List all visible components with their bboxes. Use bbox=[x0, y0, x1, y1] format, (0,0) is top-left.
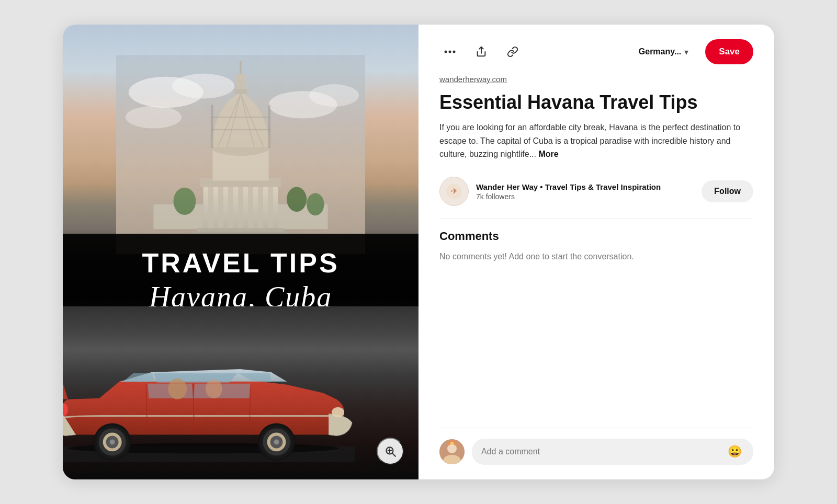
more-link[interactable]: More bbox=[538, 150, 558, 158]
creator-avatar[interactable]: ✈ bbox=[439, 177, 469, 206]
svg-point-49 bbox=[168, 379, 187, 399]
svg-point-56 bbox=[449, 51, 451, 53]
svg-rect-12 bbox=[258, 186, 263, 229]
svg-point-27 bbox=[307, 193, 324, 216]
board-selector[interactable]: Germany... ▾ bbox=[632, 43, 695, 61]
svg-rect-8 bbox=[218, 186, 223, 229]
capitol-image bbox=[63, 25, 418, 261]
follow-button[interactable]: Follow bbox=[702, 180, 753, 202]
commenter-avatar bbox=[439, 439, 465, 464]
comment-input[interactable] bbox=[481, 447, 726, 456]
svg-rect-11 bbox=[248, 186, 253, 229]
comment-input-row: 😀 bbox=[439, 428, 753, 479]
creator-info: Wander Her Way • Travel Tips & Travel In… bbox=[476, 182, 694, 201]
svg-point-68 bbox=[450, 442, 454, 445]
airplane-icon: ✈ bbox=[446, 184, 462, 199]
pin-title: Essential Havana Travel Tips bbox=[439, 91, 753, 113]
svg-rect-29 bbox=[268, 105, 270, 148]
svg-point-25 bbox=[173, 188, 196, 215]
svg-point-57 bbox=[453, 51, 456, 53]
svg-text:✈: ✈ bbox=[451, 187, 458, 196]
spacer bbox=[439, 263, 753, 428]
car-area bbox=[63, 306, 418, 479]
pin-description: If you are looking for an affordable cit… bbox=[439, 121, 753, 161]
svg-rect-9 bbox=[228, 186, 233, 229]
car-image bbox=[63, 358, 355, 464]
user-avatar-icon bbox=[439, 439, 465, 464]
share-button[interactable] bbox=[471, 41, 492, 62]
link-button[interactable] bbox=[502, 41, 523, 62]
svg-point-55 bbox=[445, 51, 447, 53]
pin-description-text: If you are looking for an affordable cit… bbox=[439, 123, 740, 158]
creator-name[interactable]: Wander Her Way • Travel Tips & Travel In… bbox=[476, 182, 694, 192]
svg-point-46 bbox=[274, 439, 279, 444]
comment-input-wrap: 😀 bbox=[472, 439, 753, 465]
svg-point-50 bbox=[206, 380, 222, 398]
creator-row: ✈ Wander Her Way • Travel Tips & Travel … bbox=[439, 177, 753, 206]
svg-point-2 bbox=[172, 74, 234, 99]
svg-point-4 bbox=[309, 84, 359, 107]
image-panel: TRAVEL TIPS Havana, Cuba bbox=[63, 25, 418, 479]
more-button[interactable] bbox=[439, 41, 460, 62]
creator-followers: 7k followers bbox=[476, 192, 694, 201]
svg-point-26 bbox=[287, 187, 307, 212]
share-icon bbox=[476, 46, 487, 58]
zoom-icon bbox=[383, 444, 397, 458]
svg-point-47 bbox=[332, 407, 344, 417]
comments-title: Comments bbox=[439, 230, 753, 243]
svg-point-5 bbox=[126, 106, 182, 129]
travel-tips-label: TRAVEL TIPS bbox=[84, 248, 398, 278]
comments-section: Comments No comments yet! Add one to sta… bbox=[439, 219, 753, 263]
no-comments-message: No comments yet! Add one to start the co… bbox=[439, 250, 753, 263]
source-link[interactable]: wanderherway.com bbox=[439, 75, 753, 84]
save-button[interactable]: Save bbox=[705, 39, 753, 64]
board-name: Germany... bbox=[639, 47, 682, 56]
svg-rect-10 bbox=[238, 186, 243, 229]
link-icon bbox=[507, 46, 518, 58]
svg-point-41 bbox=[110, 439, 115, 444]
svg-rect-13 bbox=[268, 186, 273, 229]
emoji-button[interactable]: 😀 bbox=[726, 445, 744, 459]
chevron-down-icon: ▾ bbox=[684, 47, 688, 57]
pin-card: TRAVEL TIPS Havana, Cuba bbox=[63, 25, 774, 479]
more-icon bbox=[444, 50, 456, 53]
toolbar: Germany... ▾ Save bbox=[439, 39, 753, 64]
svg-rect-18 bbox=[234, 89, 247, 95]
zoom-button[interactable] bbox=[377, 438, 404, 465]
svg-rect-28 bbox=[211, 105, 213, 148]
svg-line-52 bbox=[392, 453, 395, 456]
svg-rect-7 bbox=[208, 186, 213, 229]
detail-panel: Germany... ▾ Save wanderherway.com Essen… bbox=[418, 25, 774, 479]
